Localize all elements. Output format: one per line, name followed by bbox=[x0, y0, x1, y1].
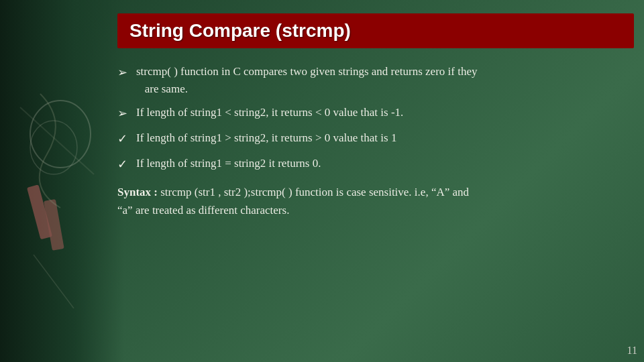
bullet-item-3: ✓ If length of string1 > string2, it ret… bbox=[117, 129, 634, 148]
slide-title: String Compare (strcmp) bbox=[129, 20, 351, 41]
svg-point-2 bbox=[30, 101, 91, 168]
bullet-marker-2: ➢ bbox=[117, 104, 136, 123]
svg-line-5 bbox=[34, 255, 74, 308]
check-marker-4: ✓ bbox=[117, 155, 136, 174]
title-banner: String Compare (strcmp) bbox=[117, 13, 634, 48]
bullet-item-2: ➢ If length of string1 < string2, it ret… bbox=[117, 104, 634, 123]
syntax-text: strcmp (str1 , str2 );strcmp( ) function… bbox=[117, 186, 469, 217]
bullet-text-4: If length of string1 = string2 it return… bbox=[136, 155, 634, 172]
bullet-item-4: ✓ If length of string1 = string2 it retu… bbox=[117, 155, 634, 174]
main-content: String Compare (strcmp) ➢ strcmp( ) func… bbox=[117, 13, 634, 349]
page-number: 11 bbox=[627, 345, 637, 357]
bullet-text-1: strcmp( ) function in C compares two giv… bbox=[136, 63, 634, 97]
bullet-item-1: ➢ strcmp( ) function in C compares two g… bbox=[117, 63, 634, 97]
chalk-art-decoration bbox=[7, 54, 114, 308]
syntax-section: Syntax : strcmp (str1 , str2 );strcmp( )… bbox=[117, 183, 634, 219]
bullet-marker-1: ➢ bbox=[117, 63, 136, 82]
bullet-text-3: If length of string1 > string2, it retur… bbox=[136, 129, 634, 147]
bullet-text-2: If length of string1 < string2, it retur… bbox=[136, 104, 634, 121]
syntax-label: Syntax : bbox=[117, 186, 158, 198]
check-marker-3: ✓ bbox=[117, 129, 136, 148]
left-overlay bbox=[0, 0, 124, 362]
